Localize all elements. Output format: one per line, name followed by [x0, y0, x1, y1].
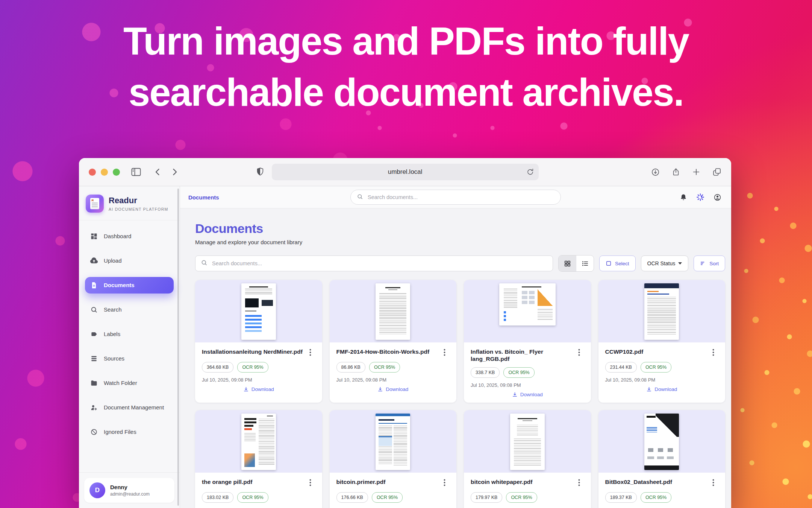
sort-button[interactable]: Sort: [694, 256, 725, 271]
hero-title-line2: searchable document archives.: [129, 71, 683, 114]
select-button[interactable]: Select: [599, 256, 636, 271]
file-size-badge: 183.02 KB: [202, 492, 233, 503]
download-link[interactable]: Download: [336, 386, 450, 392]
sidebar-item-ignored-files[interactable]: Ignored Files: [85, 424, 174, 440]
download-label: Download: [251, 386, 274, 392]
download-icon: [377, 386, 383, 392]
downloads-icon[interactable]: [651, 168, 660, 176]
sidebar-item-upload[interactable]: Upload: [85, 252, 174, 269]
documents-grid: Installationsanleitung NerdMiner.pdf 364…: [195, 280, 725, 508]
browser-window: umbrel.local: [79, 158, 731, 508]
logo-letter: R: [91, 199, 94, 202]
more-options-button[interactable]: [712, 478, 718, 488]
avatar: D: [89, 482, 105, 498]
document-card[interactable]: BitBox02_Datasheet.pdf 189.37 KB OCR 95%…: [598, 410, 726, 508]
documents-icon: [90, 281, 98, 289]
app-content-column: Documents: [180, 186, 731, 508]
document-card[interactable]: bitcoin whitepaper.pdf 179.97 KB OCR 95%…: [464, 410, 591, 508]
sidebar-item-documents[interactable]: Documents: [85, 277, 174, 294]
document-card-body: Inflation vs. Bitcoin_ Flyer lang_RGB.pd…: [464, 342, 591, 403]
sidebar-item-dashboard[interactable]: Dashboard: [85, 228, 174, 245]
sidebar-item-label: Document Management: [104, 404, 164, 411]
label-icon: [90, 330, 98, 338]
marketing-screenshot: Turn images and PDFs into fully searchab…: [0, 0, 812, 508]
document-title: bitcoin.primer.pdf: [336, 478, 386, 485]
ocr-status-badge: OCR 95%: [503, 367, 534, 378]
theme-toggle-icon[interactable]: [696, 193, 704, 201]
list-view-button[interactable]: [576, 256, 594, 271]
sidebar-item-search[interactable]: Search: [85, 301, 174, 318]
breadcrumb[interactable]: Documents: [188, 194, 219, 201]
hero-headline: Turn images and PDFs into fully searchab…: [0, 16, 812, 118]
document-thumbnail: [598, 410, 726, 473]
new-tab-icon[interactable]: [692, 168, 700, 176]
ocr-status-badge: OCR 95%: [237, 362, 268, 373]
topbar-search-input[interactable]: [367, 194, 554, 201]
sources-icon: [90, 355, 98, 362]
ocr-status-dropdown[interactable]: OCR Status: [641, 256, 689, 271]
document-badges: 338.7 KB OCR 95%: [471, 367, 584, 378]
user-email: admin@readur.com: [110, 491, 150, 497]
document-badges: 183.02 KB OCR 95%: [202, 492, 315, 503]
ocr-status-badge: OCR 95%: [506, 492, 537, 503]
document-preview-page: [376, 414, 410, 470]
file-size-badge: 338.7 KB: [471, 367, 500, 378]
download-icon: [243, 386, 249, 392]
brand-header: R Readur AI DOCUMENT PLATFORM: [79, 186, 180, 221]
sidebar-scrollbar[interactable]: [177, 189, 179, 506]
download-link[interactable]: Download: [605, 386, 719, 392]
document-preview-page: [510, 414, 545, 470]
grid-view-button[interactable]: [559, 256, 576, 271]
sidebar-item-sources[interactable]: Sources: [85, 350, 174, 367]
sidebar-toggle-icon[interactable]: [131, 168, 141, 176]
back-button[interactable]: [154, 167, 161, 176]
minimize-window-button[interactable]: [101, 169, 108, 176]
document-card[interactable]: bitcoin.primer.pdf 176.66 KB OCR 95% Jul…: [330, 410, 457, 508]
download-icon: [512, 392, 518, 397]
more-options-button[interactable]: [578, 348, 584, 357]
search-icon: [357, 193, 363, 201]
documents-toolbar: Select OCR Status Sort: [195, 255, 725, 272]
documents-search[interactable]: [195, 256, 553, 271]
address-bar[interactable]: umbrel.local: [272, 164, 539, 180]
share-icon[interactable]: [672, 167, 680, 176]
documents-search-input[interactable]: [211, 260, 547, 267]
download-link[interactable]: Download: [202, 386, 315, 392]
zoom-window-button[interactable]: [113, 169, 120, 176]
profile-icon[interactable]: [714, 193, 721, 201]
document-card[interactable]: Inflation vs. Bitcoin_ Flyer lang_RGB.pd…: [464, 280, 591, 403]
document-thumbnail: [598, 280, 726, 342]
document-card-body: Installationsanleitung NerdMiner.pdf 364…: [195, 342, 322, 397]
document-card[interactable]: FMF-2014-How-Bitcoin-Works.pdf 86.86 KB …: [330, 280, 457, 403]
more-options-button[interactable]: [444, 478, 450, 488]
document-thumbnail: [330, 280, 457, 342]
more-options-button[interactable]: [578, 478, 584, 488]
document-title: bitcoin whitepaper.pdf: [471, 478, 532, 485]
document-card[interactable]: Installationsanleitung NerdMiner.pdf 364…: [195, 280, 322, 403]
sidebar-item-label: Ignored Files: [104, 429, 136, 436]
tab-overview-icon[interactable]: [712, 167, 721, 176]
download-link[interactable]: Download: [471, 392, 584, 397]
sidebar-item-watch-folder[interactable]: Watch Folder: [85, 375, 174, 391]
select-button-label: Select: [615, 261, 629, 266]
sidebar-user-section: D Denny admin@readur.com: [79, 472, 180, 508]
more-options-button[interactable]: [712, 348, 718, 357]
notifications-bell-icon[interactable]: [680, 193, 687, 201]
view-mode-toggle: [558, 255, 594, 272]
brand-name: Readur: [109, 196, 168, 205]
topbar-search[interactable]: [350, 190, 561, 205]
file-size-badge: 176.66 KB: [336, 492, 368, 503]
refresh-icon[interactable]: [526, 168, 534, 176]
more-options-button[interactable]: [309, 478, 315, 488]
document-card[interactable]: the orange pill.pdf 183.02 KB OCR 95% Ju…: [195, 410, 322, 508]
ocr-status-badge: OCR 95%: [372, 492, 403, 503]
sidebar-item-document-management[interactable]: Document Management: [85, 399, 174, 416]
sidebar-item-labels[interactable]: Labels: [85, 326, 174, 342]
document-card-body: bitcoin whitepaper.pdf 179.97 KB OCR 95%…: [464, 473, 591, 508]
document-card[interactable]: CCWP102.pdf 231.44 KB OCR 95% Jul 10, 20…: [598, 280, 726, 403]
forward-button[interactable]: [171, 167, 179, 176]
more-options-button[interactable]: [309, 348, 315, 357]
close-window-button[interactable]: [89, 169, 96, 176]
more-options-button[interactable]: [444, 348, 450, 357]
user-card[interactable]: D Denny admin@readur.com: [84, 478, 174, 503]
